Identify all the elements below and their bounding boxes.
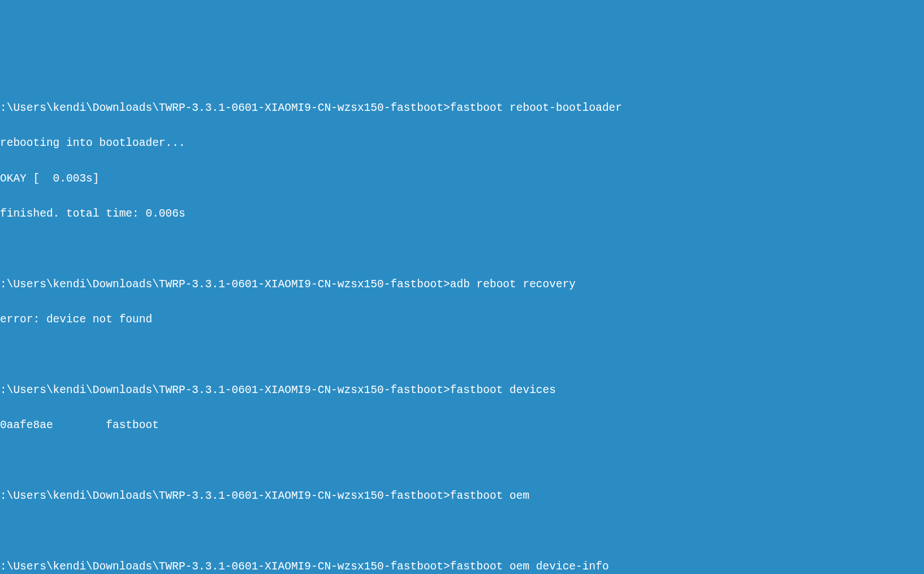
prompt-3: :\Users\kendi\Downloads\TWRP-3.3.1-0601-… xyxy=(0,384,450,396)
prompt-line-2: :\Users\kendi\Downloads\TWRP-3.3.1-0601-… xyxy=(0,276,924,294)
output-line: OKAY [ 0.003s] xyxy=(0,170,924,188)
prompt-1: :\Users\kendi\Downloads\TWRP-3.3.1-0601-… xyxy=(0,102,450,114)
output-line: finished. total time: 0.006s xyxy=(0,205,924,223)
prompt-5: :\Users\kendi\Downloads\TWRP-3.3.1-0601-… xyxy=(0,560,450,573)
prompt-2: :\Users\kendi\Downloads\TWRP-3.3.1-0601-… xyxy=(0,278,450,291)
prompt-line-3: :\Users\kendi\Downloads\TWRP-3.3.1-0601-… xyxy=(0,382,924,399)
command-1: fastboot reboot-bootloader xyxy=(450,102,622,114)
blank-line xyxy=(0,347,924,364)
command-4: fastboot oem xyxy=(450,490,529,502)
blank-line xyxy=(0,240,924,258)
prompt-line-4: :\Users\kendi\Downloads\TWRP-3.3.1-0601-… xyxy=(0,487,924,505)
prompt-line-5: :\Users\kendi\Downloads\TWRP-3.3.1-0601-… xyxy=(0,558,924,574)
output-line: error: device not found xyxy=(0,311,924,329)
prompt-line-1: :\Users\kendi\Downloads\TWRP-3.3.1-0601-… xyxy=(0,100,924,117)
command-5: fastboot oem device-info xyxy=(450,560,609,573)
blank-line xyxy=(0,452,924,470)
command-2: adb reboot recovery xyxy=(450,278,576,291)
command-3: fastboot devices xyxy=(450,384,556,396)
terminal-window[interactable]: :\Users\kendi\Downloads\TWRP-3.3.1-0601-… xyxy=(0,71,924,574)
output-line: 0aafe8ae fastboot xyxy=(0,417,924,434)
prompt-4: :\Users\kendi\Downloads\TWRP-3.3.1-0601-… xyxy=(0,490,450,502)
blank-line xyxy=(0,523,924,540)
output-line: rebooting into bootloader... xyxy=(0,135,924,152)
